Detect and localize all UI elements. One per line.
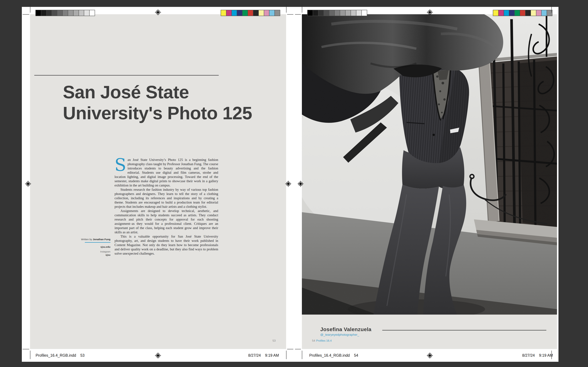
slug-datetime-right-page: 8/27/249:19 AM (504, 353, 553, 358)
registration-mark-icon (155, 352, 161, 359)
drop-cap: S (114, 158, 128, 171)
crop-mark (295, 14, 301, 15)
print-spread-pasteboard: San José State University's Photo 125 Sa… (0, 0, 588, 367)
right-page-footer: Josefina Valenzuela @_tearyeyedphotograp… (302, 315, 557, 349)
calibration-swatch (493, 10, 498, 16)
calibration-swatch (351, 10, 356, 16)
publication-label: Profiles 16.4 (316, 339, 332, 342)
calibration-swatch (237, 10, 242, 16)
registration-mark-icon (285, 181, 292, 187)
calibration-swatch (520, 10, 525, 16)
crop-mark (286, 4, 286, 13)
calibration-swatch (52, 10, 57, 16)
crop-mark (287, 349, 293, 349)
calibration-swatch (329, 10, 334, 16)
credit-rule (382, 330, 546, 330)
calibration-swatch (84, 10, 89, 16)
calibration-swatch (362, 10, 367, 16)
calibration-swatch (57, 10, 62, 16)
slug-date: 8/27/24 (522, 353, 535, 358)
calibration-swatch (232, 10, 237, 16)
registration-mark-icon (25, 181, 31, 187)
headline-line-2: University's Photo 125 (63, 103, 281, 124)
article-body: San José State University’s Photo 125 is… (114, 158, 218, 256)
calibration-swatch (242, 10, 248, 16)
byline-block: Written by Jonathan Fung sjsu.edu Instag… (70, 238, 110, 256)
calibration-swatch (308, 10, 313, 16)
slug-line-left-page: Profiles_16.4_RGB.indd53 (36, 353, 85, 358)
calibration-swatch (68, 10, 73, 16)
crop-mark (286, 350, 286, 359)
grayscale-calibration-bar (35, 10, 95, 16)
crop-mark (23, 14, 29, 15)
calibration-swatch (89, 10, 95, 16)
instagram-label: Instagram (70, 250, 110, 253)
calibration-swatch (73, 10, 78, 16)
calibration-swatch (340, 10, 345, 16)
crop-mark (302, 4, 302, 13)
slug-time: 9:19 AM (265, 353, 279, 358)
registration-mark-icon (427, 352, 433, 359)
written-by-line: Written by Jonathan Fung (70, 238, 110, 241)
byline-rule (85, 242, 110, 243)
calibration-swatch (356, 10, 362, 16)
slug-page-number: 54 (354, 353, 358, 358)
registration-mark-icon (155, 9, 161, 16)
instagram-handle: sjsu (70, 253, 110, 256)
calibration-swatch (36, 10, 41, 16)
calibration-swatch (525, 10, 531, 16)
calibration-swatch (504, 10, 509, 16)
calibration-swatch (62, 10, 68, 16)
crop-mark (302, 350, 302, 359)
crop-mark (287, 14, 293, 15)
calibration-swatch (345, 10, 351, 16)
page-number: 53 (262, 339, 276, 342)
calibration-swatch (324, 10, 329, 16)
calibration-swatch (536, 10, 541, 16)
slug-filename: Profiles_16.4_RGB.indd (36, 353, 76, 358)
calibration-swatch (509, 10, 514, 16)
bw-photo-windblown-coat (302, 14, 557, 315)
calibration-swatch (334, 10, 340, 16)
calibration-swatch (264, 10, 269, 16)
crop-mark (30, 4, 30, 13)
calibration-swatch (498, 10, 504, 16)
calibration-swatch (318, 10, 324, 16)
registration-mark-icon (297, 181, 304, 187)
written-by-label: Written by (81, 238, 92, 241)
calibration-swatch (253, 10, 258, 16)
page-number: 54 (312, 339, 315, 342)
calibration-swatch (46, 10, 52, 16)
calibration-swatch (41, 10, 46, 16)
headline-line-1: San José State (63, 82, 281, 103)
slug-page-number: 53 (80, 353, 85, 358)
calibration-swatch (514, 10, 520, 16)
author-website: sjsu.edu (70, 245, 110, 248)
crop-mark (30, 350, 30, 359)
photo-illustration (302, 14, 557, 315)
registration-mark-icon (427, 9, 433, 16)
calibration-swatch (269, 10, 275, 16)
body-paragraph: Assignments are designed to develop tech… (114, 209, 218, 234)
calibration-swatch (78, 10, 84, 16)
calibration-swatch (541, 10, 547, 16)
slug-time: 9:19 AM (539, 353, 553, 358)
slug-filename: Profiles_16.4_RGB.indd (309, 353, 350, 358)
calibration-swatch (226, 10, 232, 16)
calibration-swatch (313, 10, 318, 16)
crop-mark (23, 349, 29, 349)
crop-mark (551, 4, 552, 13)
slug-line-right-page: Profiles_16.4_RGB.indd54 (309, 353, 358, 358)
article-headline: San José State University's Photo 125 (63, 82, 281, 124)
color-calibration-bar (493, 10, 552, 16)
headline-rule (34, 75, 219, 75)
body-paragraph: Students research the fashion industry b… (114, 187, 218, 209)
body-paragraph: This is a valuable opportunity for San J… (114, 234, 218, 256)
photographer-instagram-handle: @_tearyeyedphotographer_ (320, 333, 359, 336)
body-paragraph: San José State University’s Photo 125 is… (114, 158, 218, 187)
photographer-name: Josefina Valenzuela (320, 326, 372, 333)
slug-date: 8/27/24 (248, 353, 261, 358)
crop-mark (295, 349, 301, 349)
author-name: Jonathan Fung (93, 238, 111, 241)
calibration-swatch (531, 10, 536, 16)
